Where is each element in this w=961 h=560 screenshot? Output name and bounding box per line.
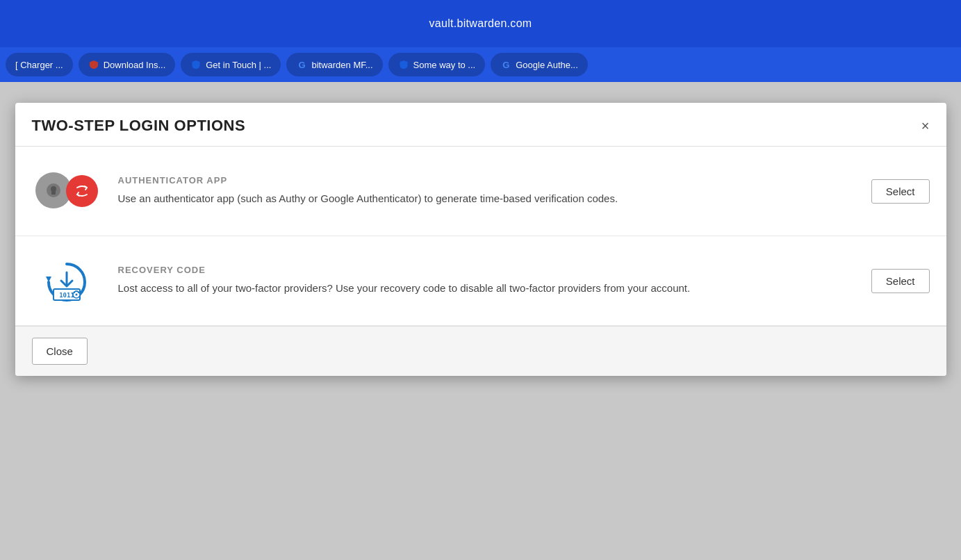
tab-bitwarden-mf[interactable]: G bitwarden MF...: [286, 53, 382, 76]
two-step-login-modal: TWO-STEP LOGIN OPTIONS ×: [15, 103, 946, 376]
twofactor-circle-icon: [66, 175, 98, 207]
tab-download[interactable]: Download Ins...: [79, 53, 176, 76]
browser-top-bar: vault.bitwarden.com: [0, 0, 961, 47]
svg-text:1011: 1011: [59, 292, 74, 299]
bitwarden-icon-tab3: [190, 59, 202, 70]
tab-charger[interactable]: [ Charger ...: [6, 53, 73, 76]
authenticator-app-select-button[interactable]: Select: [871, 179, 930, 204]
modal-close-button[interactable]: ×: [921, 119, 930, 133]
tab-bitwarden-mf-label: bitwarden MF...: [311, 60, 372, 70]
authenticator-app-row: AUTHENTICATOR APP Use an authenticator a…: [15, 147, 946, 236]
authenticator-app-description: Use an authenticator app (such as Authy …: [118, 191, 855, 207]
modal-overlay: TWO-STEP LOGIN OPTIONS ×: [0, 82, 961, 560]
modal-body: AUTHENTICATOR APP Use an authenticator a…: [15, 147, 946, 326]
authenticator-app-label: AUTHENTICATOR APP: [118, 175, 855, 186]
svg-rect-2: [51, 190, 56, 195]
recovery-code-icon: 1011: [32, 253, 101, 308]
tab-google-auth[interactable]: G Google Authe...: [491, 53, 588, 76]
tab-someway[interactable]: Some way to ...: [388, 53, 486, 76]
authenticator-app-content: AUTHENTICATOR APP Use an authenticator a…: [118, 175, 855, 207]
browser-tabs: [ Charger ... Download Ins... Get in Tou…: [0, 47, 961, 82]
recovery-code-description: Lost access to all of your two-factor pr…: [118, 281, 855, 297]
google-icon-tab6: G: [500, 59, 511, 70]
svg-point-3: [72, 181, 92, 201]
haveibeenpwned-icon: [88, 59, 99, 70]
tab-google-auth-label: Google Authe...: [516, 60, 578, 70]
tab-someway-label: Some way to ...: [413, 60, 476, 70]
svg-point-8: [75, 293, 77, 295]
google-icon-tab4: G: [296, 59, 307, 70]
recovery-code-select-button[interactable]: Select: [871, 269, 930, 293]
recovery-code-row: 1011 RECOVERY CODE Lost access to all of…: [15, 236, 946, 326]
authenticator-app-icon: [32, 163, 101, 219]
tab-getintouch-label: Get in Touch | ...: [206, 60, 271, 70]
modal-title: TWO-STEP LOGIN OPTIONS: [32, 117, 246, 135]
tab-download-label: Download Ins...: [104, 60, 166, 70]
modal-header: TWO-STEP LOGIN OPTIONS ×: [15, 103, 946, 147]
recovery-code-content: RECOVERY CODE Lost access to all of your…: [118, 265, 855, 297]
recovery-code-label: RECOVERY CODE: [118, 265, 855, 275]
tab-charger-label: [ Charger ...: [15, 60, 63, 70]
close-button[interactable]: Close: [32, 338, 88, 365]
url-bar[interactable]: vault.bitwarden.com: [429, 17, 532, 30]
svg-marker-4: [46, 277, 51, 282]
tab-getintouch[interactable]: Get in Touch | ...: [181, 53, 281, 76]
bitwarden-icon-tab5: [398, 59, 409, 70]
modal-footer: Close: [15, 326, 946, 376]
